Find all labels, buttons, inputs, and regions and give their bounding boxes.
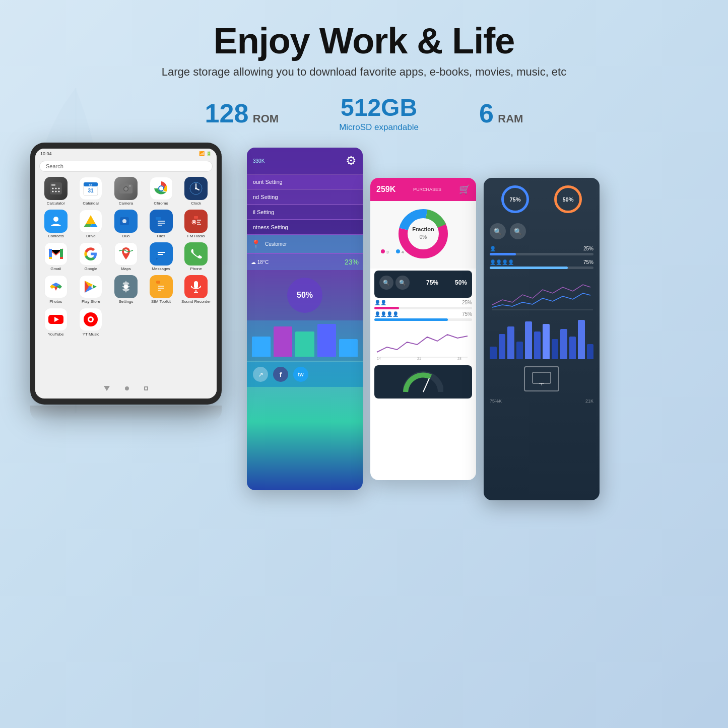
icon-row: 🔍 🔍	[484, 221, 600, 242]
app-chrome[interactable]: Chrome	[146, 177, 177, 206]
app-maps[interactable]: Maps	[110, 242, 142, 271]
svg-rect-35	[156, 217, 161, 220]
light-panel: 259K PURCHASES 🛒 Fraction 0% 3 4	[370, 178, 476, 480]
search-icons: 🔍 🔍	[379, 276, 410, 290]
monitor-svg	[532, 371, 552, 386]
dbar-1	[490, 347, 497, 359]
svg-text:4: 4	[402, 250, 404, 254]
app-playstore[interactable]: Play Store	[76, 275, 107, 304]
app-ytmusic[interactable]: YT Music	[76, 308, 107, 337]
app-duo[interactable]: Duo	[110, 210, 142, 238]
calendar-icon: 31 31	[79, 177, 102, 200]
facebook-icon[interactable]: f	[273, 367, 288, 382]
donut-area: Fraction 0% 3 4	[370, 201, 476, 269]
nav-recents[interactable]	[144, 386, 148, 390]
purple-stat-label: 330K	[253, 158, 264, 164]
percent-row-1: 🔍 🔍 75% 50%	[379, 276, 467, 290]
soundrecorder-label: Sound Recorder	[181, 299, 211, 304]
svg-point-68	[89, 318, 92, 321]
clock-label: Clock	[191, 201, 201, 206]
drive-label: Drive	[86, 234, 96, 238]
il-setting[interactable]: il Setting	[247, 205, 363, 219]
messages-icon	[150, 242, 173, 266]
svg-point-9	[58, 188, 59, 189]
app-clock[interactable]: Clock	[180, 177, 212, 206]
dark-people-rows: 👤25% 👤👤👤👤75%	[484, 246, 600, 269]
playstore-icon	[79, 275, 102, 298]
app-fmradio[interactable]: FM Radio	[180, 210, 212, 238]
app-camera[interactable]: Camera	[110, 177, 142, 206]
app-files[interactable]: Files	[146, 210, 177, 238]
monitor-icon	[524, 366, 559, 391]
maps-icon	[114, 242, 138, 266]
bar-1	[252, 337, 271, 357]
app-gmail[interactable]: Gmail	[40, 242, 72, 271]
twitter-icon[interactable]: tw	[293, 367, 308, 382]
phone-label: Phone	[190, 267, 202, 271]
spec-ram: 6 RAM	[479, 98, 523, 128]
purple-panel: 330K ⚙ ount Setting nd Setting il Settin…	[247, 148, 363, 490]
svg-text:3: 3	[386, 250, 389, 254]
messages-label: Messages	[152, 267, 170, 271]
light-stat-label: PURCHASES	[413, 187, 441, 192]
app-calendar[interactable]: 31 31 Calendar	[76, 177, 107, 206]
app-messages[interactable]: Messages	[146, 242, 177, 271]
percent-75: 75%	[426, 279, 438, 286]
svg-line-83	[423, 378, 429, 392]
label-1: 75%K	[490, 399, 502, 404]
youtube-icon	[44, 308, 68, 331]
status-time: 10:04	[40, 151, 52, 156]
dbar-12	[587, 344, 594, 359]
calculator-icon	[44, 177, 68, 200]
line-chart-svg: 14 21 28	[374, 327, 472, 360]
app-calculator[interactable]: Calculator	[40, 177, 72, 206]
status-bar: 10:04 📶 🔋	[35, 149, 217, 159]
svg-point-19	[124, 187, 127, 191]
clock-icon	[184, 177, 208, 200]
brightness-setting[interactable]: ntness Setting	[247, 220, 363, 234]
dbar-7	[543, 324, 550, 359]
app-drive[interactable]: Drive	[76, 210, 107, 238]
maps-label: Maps	[121, 267, 131, 271]
gmail-label: Gmail	[50, 267, 61, 271]
share-icon[interactable]: ↗	[253, 367, 268, 382]
svg-point-33	[122, 219, 126, 223]
app-google[interactable]: Google	[76, 242, 107, 271]
svg-rect-45	[194, 216, 198, 219]
app-phone[interactable]: Phone	[180, 242, 212, 271]
svg-text:31: 31	[89, 184, 93, 187]
app-simtoolkit[interactable]: SIM Toolkit	[146, 275, 177, 304]
dark-percent-25: 25%	[583, 246, 593, 251]
app-contacts[interactable]: Contacts	[40, 210, 72, 238]
nav-home[interactable]	[125, 386, 129, 390]
rom-label: ROM	[253, 112, 279, 125]
location-section: 📍 Customer	[247, 235, 363, 253]
speedometer-svg	[403, 369, 443, 394]
tablet-reflection	[30, 406, 222, 421]
content-area: 10:04 📶 🔋 Search	[0, 143, 728, 571]
photos-icon	[44, 275, 68, 298]
app-youtube[interactable]: YouTube	[40, 308, 72, 337]
nd-setting[interactable]: nd Setting	[247, 190, 363, 204]
fmradio-icon	[184, 210, 208, 233]
app-photos[interactable]: Photos	[40, 275, 72, 304]
tablet-device: 10:04 📶 🔋 Search	[30, 143, 222, 421]
svg-point-41	[193, 221, 195, 223]
account-setting[interactable]: ount Setting	[247, 175, 363, 189]
app-settings[interactable]: Settings	[110, 275, 142, 304]
dark-panel: 75% 50% 🔍 🔍 👤25% 👤👤👤👤75%	[484, 178, 600, 500]
app-soundrecorder[interactable]: Sound Recorder	[180, 275, 212, 304]
simtoolkit-label: SIM Toolkit	[151, 299, 171, 304]
duo-label: Duo	[122, 234, 130, 238]
chrome-icon	[150, 177, 173, 200]
cart-icon: 🛒	[459, 184, 470, 195]
svg-point-21	[129, 185, 130, 187]
donut-chart: Fraction 0% 3 4	[375, 206, 471, 261]
svg-rect-49	[49, 257, 52, 259]
gmail-icon	[44, 242, 68, 266]
bar-4	[317, 324, 336, 357]
nav-back[interactable]	[104, 386, 110, 391]
dark-bar-chart	[484, 316, 600, 361]
search-bar[interactable]: Search	[39, 161, 213, 172]
bar-chart	[247, 320, 363, 361]
